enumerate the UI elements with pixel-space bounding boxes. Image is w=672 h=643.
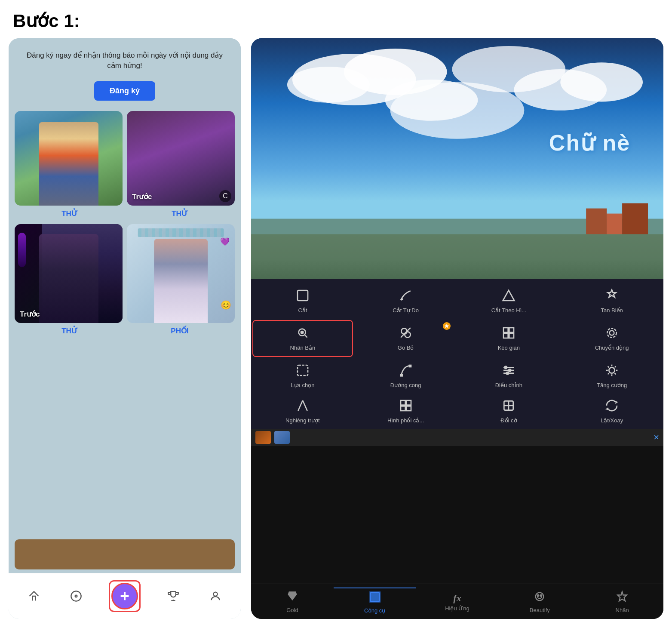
tool-tan-bien[interactable]: Tan Biến: [560, 283, 663, 319]
tool-dieu-chinh[interactable]: Điều chỉnh: [457, 358, 561, 394]
svg-line-50: [615, 366, 616, 368]
svg-point-11: [560, 62, 643, 102]
tool-tang-cuong-label: Tăng cường: [597, 382, 627, 388]
svg-rect-35: [409, 365, 411, 367]
tool-lua-chon-icon: [296, 363, 310, 380]
tab-cong-cu[interactable]: Công cụ: [334, 588, 416, 616]
tool-duong-cong[interactable]: Đường cong: [354, 358, 457, 394]
tool-nhan-ban-label: Nhân Bản: [290, 345, 316, 351]
svg-marker-23: [445, 324, 449, 328]
svg-point-39: [505, 366, 507, 369]
tool-hinh-phoi-ca[interactable]: Hình phối cả...: [354, 394, 457, 429]
purple-orbs: [18, 233, 26, 267]
dang-ky-button[interactable]: Đăng ký: [94, 81, 155, 101]
page-title: Bước 1:: [0, 0, 672, 38]
svg-rect-52: [406, 400, 411, 405]
svg-rect-60: [375, 597, 378, 600]
tool-hinh-phoi-ca-label: Hình phối cả...: [387, 417, 424, 424]
svg-rect-27: [503, 328, 508, 332]
tool-keo-gian-icon: [502, 326, 516, 343]
tab-nhan-label: Nhãn: [616, 607, 629, 613]
tool-hinh-phoi-ca-icon: [399, 399, 413, 415]
tool-cat[interactable]: Cắt: [251, 283, 354, 319]
tab-gold-icon: [286, 591, 298, 606]
nav-compass-icon[interactable]: [67, 587, 86, 606]
bottom-strip: ×: [251, 429, 663, 446]
main-container: Đăng ký ngay để nhận thông báo mỗi ngày …: [0, 38, 672, 628]
tool-nghieng-truot[interactable]: Nghiêng trượt: [251, 394, 354, 429]
svg-line-48: [615, 373, 616, 375]
svg-rect-30: [509, 333, 514, 338]
right-phone: Chữ nè Cắt Cắt Tự Do: [251, 38, 663, 619]
notification-text: Đăng ký ngay để nhận thông báo mỗi ngày …: [27, 51, 223, 70]
tool-lat-xoay-icon: [605, 399, 619, 415]
tool-doi-co[interactable]: Đổi cờ: [457, 394, 561, 429]
tool-lua-chon[interactable]: Lựa chọn: [251, 358, 354, 394]
tab-nhan-icon: [616, 591, 628, 606]
nav-plus-button[interactable]: [111, 583, 138, 609]
svg-point-1: [75, 595, 77, 597]
tool-keo-gian-label: Kéo giãn: [498, 345, 520, 351]
bottom-tabs: Gold Công cụ fx Hiệu Ứng: [251, 584, 663, 619]
tool-cat-tu-do[interactable]: Cắt Tự Do: [354, 283, 457, 319]
svg-rect-19: [298, 290, 308, 301]
svg-rect-29: [503, 333, 508, 338]
tab-cong-cu-icon: [369, 591, 381, 606]
svg-point-31: [610, 331, 614, 335]
svg-point-22: [301, 331, 303, 333]
svg-rect-51: [401, 400, 405, 405]
strip-thumb-2: [274, 431, 290, 444]
svg-rect-58: [375, 594, 378, 597]
svg-point-24: [401, 328, 407, 334]
thu-label-row: THỬ THỬ: [9, 206, 241, 220]
tab-nhan[interactable]: Nhãn: [581, 588, 663, 616]
tool-go-bo-label: Gõ Bỏ: [398, 345, 414, 351]
tool-tan-bien-icon: [605, 289, 619, 305]
tab-gold[interactable]: Gold: [251, 588, 334, 616]
tool-cat-tu-do-icon: [399, 289, 413, 305]
photo-card-3[interactable]: Trước: [15, 224, 123, 323]
svg-rect-16: [586, 209, 607, 234]
svg-rect-28: [509, 328, 514, 332]
card1-label[interactable]: THỬ: [15, 206, 125, 220]
svg-point-14: [385, 80, 478, 121]
tool-lat-xoay[interactable]: Lật/Xoay: [560, 394, 663, 429]
tool-tang-cuong[interactable]: Tăng cường: [560, 358, 663, 394]
strip-close-icon[interactable]: ×: [654, 432, 659, 443]
left-phone: Đăng ký ngay để nhận thông báo mỗi ngày …: [9, 38, 241, 619]
tool-doi-co-label: Đổi cờ: [500, 417, 517, 424]
svg-marker-20: [503, 290, 515, 301]
tab-hieu-ung-icon: fx: [453, 593, 461, 604]
svg-rect-59: [371, 597, 374, 600]
card2-label[interactable]: THỬ: [125, 206, 235, 220]
tab-hieu-ung[interactable]: fx Hiệu Ứng: [416, 588, 499, 616]
svg-rect-17: [607, 214, 622, 234]
svg-point-62: [537, 595, 539, 597]
tool-tan-bien-label: Tan Biến: [601, 307, 623, 314]
svg-rect-18: [622, 203, 648, 234]
photo-card-4[interactable]: 😊 💜: [127, 224, 235, 323]
svg-point-0: [71, 591, 81, 601]
tool-cat-theo-hi[interactable]: Cắt Theo Hì...: [457, 283, 561, 319]
svg-point-41: [506, 372, 509, 374]
tool-nhan-ban[interactable]: Nhân Bản: [252, 320, 353, 357]
landscape-photo: Chữ nè: [251, 38, 663, 279]
nav-trophy-icon[interactable]: [164, 587, 183, 606]
photo-card-2[interactable]: C Trước: [127, 111, 235, 206]
plus-button-wrapper: [109, 580, 141, 612]
nav-profile-icon[interactable]: [206, 587, 225, 606]
photo-card-1[interactable]: [15, 111, 123, 206]
card4-label[interactable]: PHỐI: [125, 323, 235, 337]
card3-label[interactable]: THỬ: [15, 323, 125, 337]
preview-strip: [15, 539, 235, 569]
tool-chuyen-dong[interactable]: Chuyển động: [560, 319, 663, 358]
tool-chuyen-dong-icon: [605, 326, 619, 343]
svg-rect-53: [401, 406, 405, 411]
tool-keo-gian[interactable]: Kéo giãn: [457, 319, 561, 358]
bottom-photo-grid: Trước 😊 💜: [9, 220, 241, 323]
tab-beautify[interactable]: Beautify: [498, 588, 581, 616]
strip-thumb: [255, 431, 271, 444]
tool-go-bo[interactable]: Gõ Bỏ: [354, 319, 457, 358]
nav-home-icon[interactable]: [25, 587, 43, 606]
svg-line-47: [608, 366, 609, 368]
